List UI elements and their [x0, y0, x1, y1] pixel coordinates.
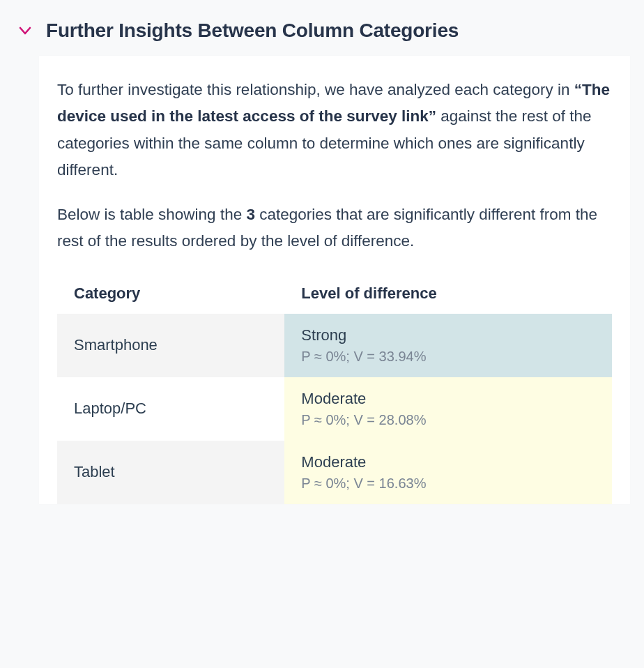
level-label: Moderate	[301, 390, 595, 408]
level-cell: Strong P ≈ 0%; V = 33.94%	[284, 314, 612, 377]
category-cell: Laptop/PC	[57, 377, 284, 441]
table-header-row: Category Level of difference	[57, 273, 612, 314]
table-row: Laptop/PC Moderate P ≈ 0%; V = 28.08%	[57, 377, 612, 441]
text-span: Below is table showing the	[57, 206, 246, 223]
difference-table: Category Level of difference Smartphone …	[57, 273, 612, 504]
level-cell: Moderate P ≈ 0%; V = 16.63%	[284, 441, 612, 504]
section-header: Further Insights Between Column Categori…	[10, 14, 634, 56]
bold-count: 3	[246, 206, 255, 223]
table-row: Smartphone Strong P ≈ 0%; V = 33.94%	[57, 314, 612, 377]
intro-paragraph-1: To further investigate this relationship…	[57, 77, 612, 183]
chevron-down-icon[interactable]	[17, 22, 33, 39]
category-cell: Tablet	[57, 441, 284, 504]
col-header-category: Category	[57, 273, 284, 314]
category-cell: Smartphone	[57, 314, 284, 377]
level-cell: Moderate P ≈ 0%; V = 28.08%	[284, 377, 612, 441]
text-span: To further investigate this relationship…	[57, 81, 574, 98]
table-row: Tablet Moderate P ≈ 0%; V = 16.63%	[57, 441, 612, 504]
level-label: Strong	[301, 326, 595, 344]
level-stats: P ≈ 0%; V = 33.94%	[301, 349, 595, 365]
level-label: Moderate	[301, 453, 595, 471]
col-header-level: Level of difference	[284, 273, 612, 314]
intro-paragraph-2: Below is table showing the 3 categories …	[57, 202, 612, 255]
insights-card: To further investigate this relationship…	[39, 56, 630, 504]
level-stats: P ≈ 0%; V = 16.63%	[301, 476, 595, 492]
level-stats: P ≈ 0%; V = 28.08%	[301, 412, 595, 428]
section-title: Further Insights Between Column Categori…	[46, 20, 459, 42]
